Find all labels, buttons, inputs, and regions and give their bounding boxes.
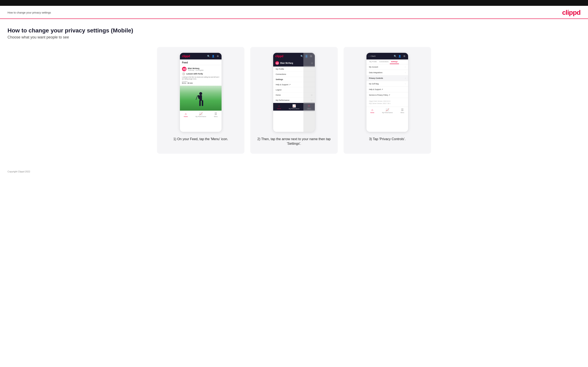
step-3-phone: ‹ < Back 🔍 👤 ⚙ My Profile Connections Se… [366,53,408,132]
feed-label: Feed [182,61,188,64]
settings-tabs: My Profile Connections Settings [366,59,408,64]
phone-1-bottombar: ⌂ Home 📈 My Performance ☰ Menu [180,111,222,118]
header-title: How to change your privacy settings [8,11,51,14]
avatar: BM [182,67,187,71]
version-line-2: GQL Server Version: 2022.7.30-1 [369,102,406,105]
lesson-row: 📋 Lesson with Fordy [182,72,219,75]
duration-value: 01 hr : 30 min [182,82,219,84]
step-1-card: clippd 🔍 👤 ⚙ Feed BM Blair [157,47,244,154]
performance-icon: 📈 [199,112,203,115]
search-icon[interactable]: 🔍 [207,54,210,58]
golf-image [180,86,222,111]
copyright: Copyright Clippd 2022 [8,170,30,173]
data-integrations-chevron: › [405,72,406,74]
menu-nav[interactable]: ☰ Menu [214,112,218,117]
phone-1-logo: clippd [182,54,190,58]
top-bar [0,0,588,6]
performance-nav-3[interactable]: 📈 My Performance [382,108,393,113]
header: How to change your privacy settings clip… [0,6,588,19]
my-golf-bag-label: My Golf Bag [369,83,379,85]
step-3-caption: 3) Tap 'Privacy Controls'. [369,137,406,142]
performance-label-3: My Performance [382,112,393,113]
menu-label: Menu [214,116,218,117]
tab-connections[interactable]: Connections [378,59,390,64]
settings-item-service-privacy[interactable]: Service & Privacy Policy ↗ [366,92,408,98]
settings-icon-3[interactable]: ⚙ [403,54,406,58]
performance-label: My Performance [196,116,206,117]
menu-section-performance-label: My Performance [276,99,289,101]
golfer-silhouette [196,92,206,111]
phone-1-icons: 🔍 👤 ⚙ [207,54,219,58]
blur-overlay [303,53,315,132]
back-chevron-icon: ‹ [369,55,369,57]
home-nav-3[interactable]: ⌂ Home [370,108,374,113]
user-icon-3[interactable]: 👤 [398,54,401,58]
tab-my-profile[interactable]: My Profile [368,59,378,64]
lesson-icon: 📋 [182,72,185,75]
lesson-title: Lesson with Fordy [186,73,203,75]
main-subheading: Choose what you want people to see [8,35,580,40]
main-heading: How to change your privacy settings (Mob… [8,27,580,34]
duration-label: Duration [182,81,219,82]
phone-2-logo: clippd [275,54,283,58]
privacy-controls-label: Privacy Controls [369,77,383,79]
performance-icon-3: 📈 [386,108,389,111]
user-icon[interactable]: 👤 [212,54,215,58]
settings-item-my-account[interactable]: My Account › [366,64,408,70]
svg-rect-4 [199,100,201,106]
settings-icon[interactable]: ⚙ [216,54,219,58]
privacy-controls-chevron: › [405,77,406,79]
help-support-label: Help & Support ↗ [369,88,383,91]
home-nav[interactable]: ⌂ Home [184,112,188,117]
performance-label-2: My Performance [289,108,299,109]
performance-nav[interactable]: 📈 My Performance [196,112,206,117]
step-2-caption: 2) Then, tap the arrow next to your name… [256,137,332,146]
phone-1-topbar: clippd 🔍 👤 ⚙ [180,53,222,59]
step-2-card: clippd 🔍 👤 ⚙ BM Blair McHarg ∧ [250,47,338,154]
home-nav-2[interactable]: ⌂ Home [277,104,281,109]
data-integrations-label: Data Integrations [369,72,382,74]
performance-nav-2[interactable]: 📈 My Performance [289,104,299,109]
my-account-chevron: › [405,66,406,68]
step-1-caption: 1) On your Feed, tap the 'Menu' icon. [173,137,228,142]
search-icon-2[interactable]: 🔍 [300,54,303,58]
steps-row: clippd 🔍 👤 ⚙ Feed BM Blair [8,47,580,154]
logo: clippd [562,9,580,17]
menu-user-name: Blair McHarg [280,62,293,64]
version-info: Clippd Client Version: 2022.8.3-3 GQL Se… [366,98,408,107]
feed-header: Feed [180,59,222,65]
settings-item-help-support[interactable]: Help & Support ↗ [366,87,408,92]
menu-nav-3[interactable]: ☰ Menu [401,108,404,113]
menu-icon: ☰ [215,112,217,115]
lesson-desc: Looking to feel like my hands are exitin… [182,76,219,80]
settings-item-data-integrations[interactable]: Data Integrations › [366,70,408,75]
step-2-phone: clippd 🔍 👤 ⚙ BM Blair McHarg ∧ [273,53,315,132]
step-1-phone: clippd 🔍 👤 ⚙ Feed BM Blair [180,53,222,132]
phone-3-icons: 🔍 👤 ⚙ [394,54,406,58]
home-label: Home [184,116,188,117]
home-icon-3: ⌂ [372,108,373,111]
feed-user-info: Blair McHarg Yesterday · Sunningdale [188,67,219,71]
settings-topbar: ‹ < Back 🔍 👤 ⚙ [366,53,408,59]
svg-line-5 [196,95,198,100]
home-label-3: Home [370,112,374,113]
search-icon-3[interactable]: 🔍 [394,54,397,58]
menu-section-home-label: Home [276,94,281,96]
menu-avatar: BM [275,61,279,65]
step-3-card: ‹ < Back 🔍 👤 ⚙ My Profile Connections Se… [344,47,431,154]
performance-icon-2: 📈 [292,104,296,108]
footer: Copyright Clippd 2022 [0,166,588,177]
my-account-label: My Account [369,66,378,68]
home-icon-2: ⌂ [278,104,280,108]
back-button[interactable]: ‹ < Back [369,55,376,57]
tab-settings[interactable]: Settings [390,59,399,64]
feed-username: Blair McHarg [188,67,219,69]
home-label-2: Home [277,108,281,109]
my-golf-bag-chevron: › [405,83,406,85]
settings-item-my-golf-bag[interactable]: My Golf Bag › [366,81,408,87]
service-privacy-label: Service & Privacy Policy ↗ [369,94,390,96]
settings-item-privacy-controls[interactable]: Privacy Controls › [366,75,408,81]
settings-list: My Account › Data Integrations › Privacy… [366,64,408,98]
svg-rect-3 [202,100,203,106]
back-label: < Back [370,55,376,57]
